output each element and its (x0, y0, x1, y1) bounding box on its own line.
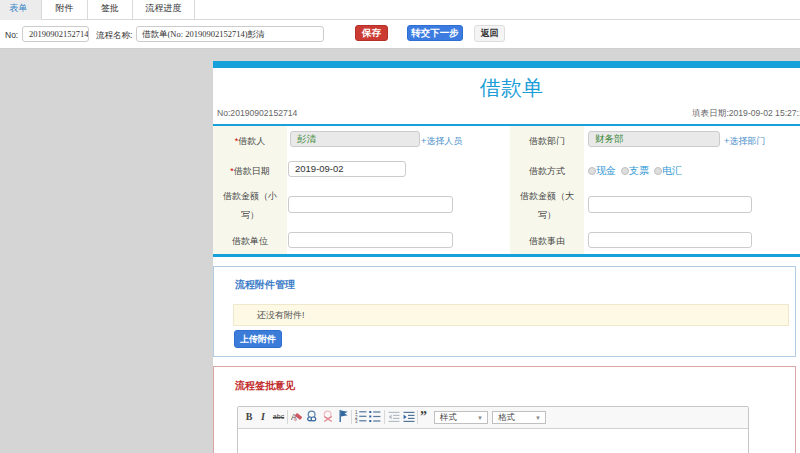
svg-text:3: 3 (355, 419, 358, 423)
